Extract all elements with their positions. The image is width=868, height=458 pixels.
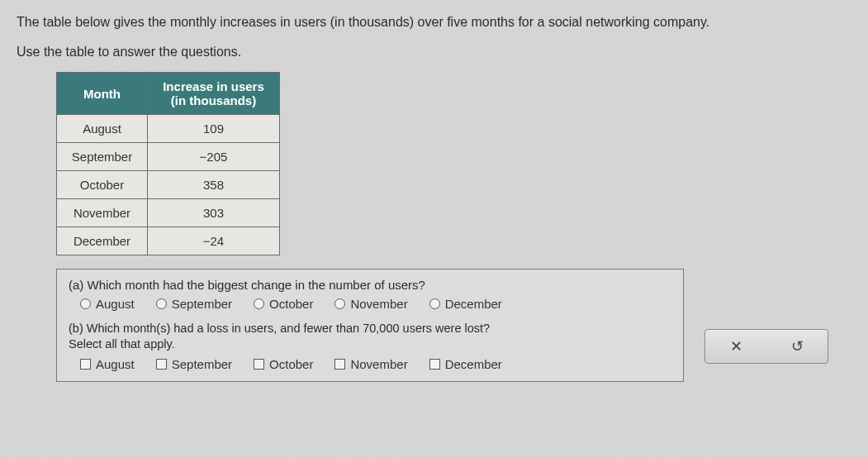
cell-value: 358 (148, 171, 280, 199)
radio-option-august[interactable]: August (80, 297, 135, 311)
checkbox-option-december[interactable]: December (429, 357, 502, 371)
radio-icon (334, 298, 345, 309)
option-label: December (445, 297, 502, 311)
radio-option-december[interactable]: December (429, 297, 502, 311)
action-panel: ✕ ↺ (704, 329, 828, 364)
checkbox-icon (429, 359, 440, 370)
cell-month: October (57, 171, 148, 199)
cell-value: −24 (148, 227, 280, 255)
radio-option-november[interactable]: November (334, 297, 407, 311)
radio-option-september[interactable]: September (156, 297, 232, 311)
question-b-prompt: (b) Which month(s) had a loss in users, … (69, 321, 671, 352)
intro-line-2: Use the table to answer the questions. (17, 41, 851, 63)
cell-value: −205 (148, 143, 280, 171)
question-b-text: (b) Which month(s) had a loss in users, … (69, 322, 490, 335)
option-label: August (96, 297, 135, 311)
col-header-month: Month (57, 73, 148, 115)
checkbox-icon (334, 359, 345, 370)
table-row: December −24 (57, 227, 280, 255)
question-b-options: August September October November Decemb… (80, 357, 671, 371)
data-table: Month Increase in users (in thousands) A… (56, 72, 280, 255)
question-b-sub: Select all that apply. (69, 337, 175, 351)
checkbox-option-november[interactable]: November (334, 357, 407, 371)
intro-line-1: The table below gives the monthly increa… (17, 12, 851, 33)
checkbox-icon (80, 359, 91, 370)
cell-month: September (57, 143, 148, 171)
radio-icon (429, 298, 440, 309)
option-label: October (269, 297, 313, 311)
question-a-options: August September October November Decemb… (80, 297, 671, 311)
reset-icon: ↺ (791, 337, 804, 355)
cell-value: 303 (148, 199, 280, 227)
option-label: September (172, 357, 232, 371)
checkbox-option-october[interactable]: October (254, 357, 313, 371)
checkbox-icon (254, 359, 264, 370)
checkbox-icon (156, 359, 167, 370)
option-label: August (96, 357, 135, 371)
radio-option-october[interactable]: October (254, 297, 313, 311)
reset-button[interactable]: ↺ (786, 336, 808, 357)
question-a-prompt: (a) Which month had the biggest change i… (69, 278, 671, 292)
option-label: October (269, 357, 313, 371)
option-label: November (350, 357, 407, 371)
close-icon: ✕ (730, 337, 742, 355)
checkbox-option-august[interactable]: August (80, 357, 135, 371)
cell-month: December (57, 227, 148, 255)
cell-month: November (57, 199, 148, 227)
close-button[interactable]: ✕ (725, 336, 747, 357)
col-header-increase: Increase in users (in thousands) (148, 73, 280, 115)
table-row: November 303 (57, 199, 280, 227)
table-row: October 358 (57, 171, 280, 199)
question-box: (a) Which month had the biggest change i… (56, 269, 684, 382)
data-table-wrap: Month Increase in users (in thousands) A… (56, 72, 851, 255)
checkbox-option-september[interactable]: September (156, 357, 232, 371)
radio-icon (254, 298, 264, 309)
option-label: September (172, 297, 232, 311)
option-label: December (445, 357, 502, 371)
radio-icon (156, 298, 167, 309)
problem-intro: The table below gives the monthly increa… (17, 12, 851, 62)
table-row: September −205 (57, 143, 280, 171)
table-row: August 109 (57, 115, 280, 143)
radio-icon (80, 298, 91, 309)
cell-value: 109 (148, 115, 280, 143)
option-label: November (350, 297, 407, 311)
cell-month: August (57, 115, 148, 143)
